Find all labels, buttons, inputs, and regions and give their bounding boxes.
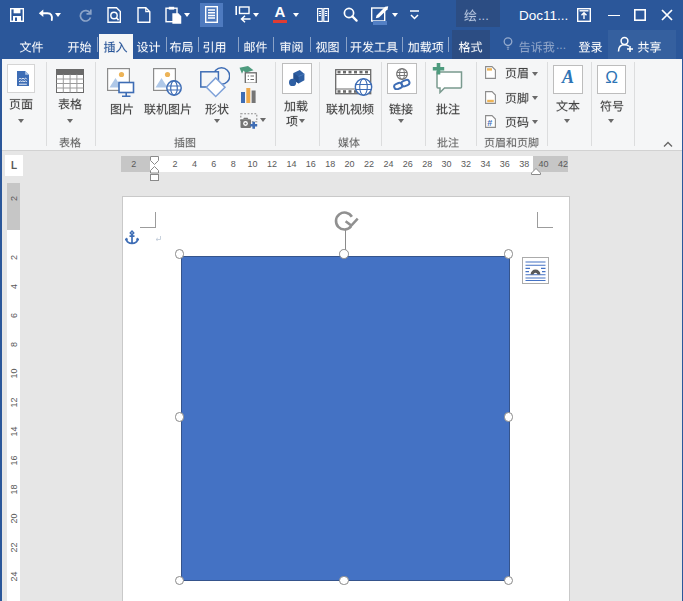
svg-text:#: # <box>487 117 492 127</box>
